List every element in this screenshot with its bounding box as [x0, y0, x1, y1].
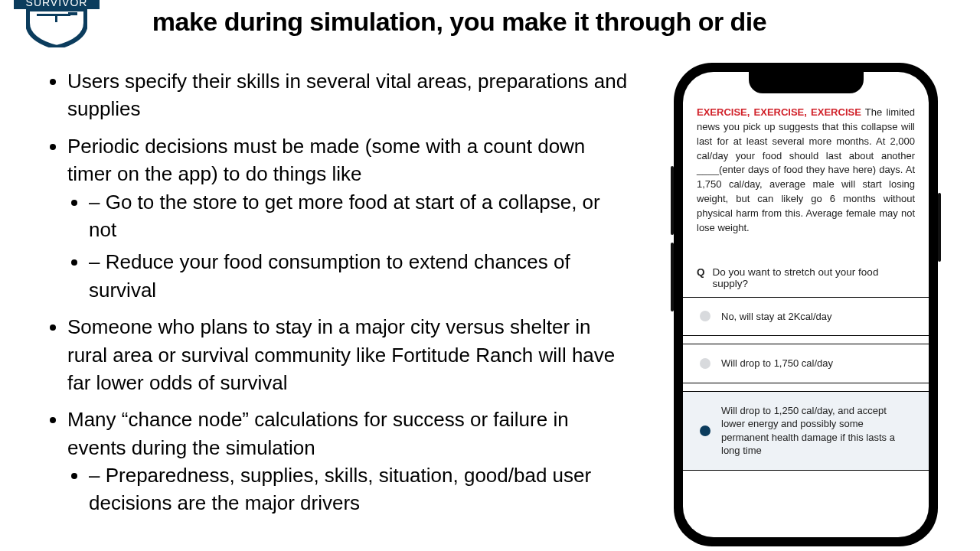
bullet-list: Users specify their skills in several vi…	[46, 67, 628, 527]
phone-mockup: EXERCISE, EXERCISE, EXERCISE The limited…	[674, 63, 938, 546]
question-marker: Q	[697, 266, 705, 289]
answer-option-label: Will drop to 1,750 cal/day	[721, 357, 833, 370]
sub-bullet-item: Preparedness, supplies, skills, situatio…	[89, 461, 628, 517]
svg-rect-1	[55, 16, 57, 22]
exercise-body: The limited news you pick up suggests th…	[697, 106, 915, 233]
bullet-text: Someone who plans to stay in a major cit…	[67, 315, 615, 394]
sub-bullet-item: Go to the store to get more food at star…	[89, 188, 628, 244]
question-row: Q Do you want to stretch out your food s…	[697, 266, 915, 289]
bullet-text: Users specify their skills in several vi…	[67, 70, 627, 120]
bullet-item: Someone who plans to stay in a major cit…	[67, 313, 628, 396]
radio-icon	[700, 425, 710, 436]
brand-logo: SURVIVOR	[14, 0, 100, 43]
bullet-item: Periodic decisions must be made (some wi…	[67, 132, 628, 304]
phone-notch	[749, 72, 864, 93]
scenario-text: EXERCISE, EXERCISE, EXERCISE The limited…	[697, 106, 915, 236]
answer-option[interactable]: Will drop to 1,250 cal/day, and accept l…	[683, 392, 929, 471]
radio-icon	[700, 358, 710, 369]
answer-option-list: No, will stay at 2Kcal/dayWill drop to 1…	[683, 297, 929, 471]
question-text: Do you want to stretch out your food sup…	[713, 266, 915, 289]
svg-rect-0	[37, 14, 70, 16]
answer-option[interactable]: No, will stay at 2Kcal/day	[683, 298, 929, 337]
sub-bullet-item: Reduce your food consumption to extend c…	[89, 248, 628, 304]
option-divider	[683, 336, 929, 344]
brand-logo-text: SURVIVOR	[14, 0, 100, 9]
answer-option[interactable]: Will drop to 1,750 cal/day	[683, 344, 929, 383]
option-divider	[683, 383, 929, 392]
radio-icon	[700, 311, 710, 321]
bullet-text: Periodic decisions must be made (some wi…	[67, 135, 585, 185]
answer-option-label: Will drop to 1,250 cal/day, and accept l…	[721, 404, 912, 458]
exercise-label: EXERCISE, EXERCISE, EXERCISE	[697, 106, 861, 118]
svg-rect-2	[68, 12, 77, 15]
slide-headline: make during simulation, you make it thro…	[130, 6, 789, 37]
answer-option-label: No, will stay at 2Kcal/day	[721, 310, 832, 324]
phone-screen: EXERCISE, EXERCISE, EXERCISE The limited…	[683, 72, 929, 537]
slide: SURVIVOR make during simulation, you mak…	[0, 0, 980, 551]
bullet-item: Many “chance node” calculations for succ…	[67, 406, 628, 517]
bullet-item: Users specify their skills in several vi…	[67, 67, 628, 123]
bullet-text: Many “chance node” calculations for succ…	[67, 408, 569, 458]
shield-icon	[26, 9, 87, 47]
